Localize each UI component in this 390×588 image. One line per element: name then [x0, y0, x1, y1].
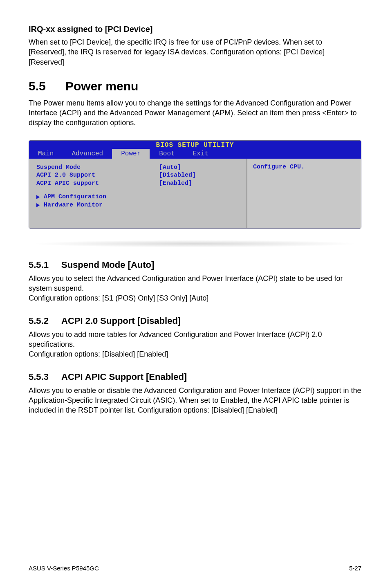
subsection-title: ACPI APIC Support [Enabled] [61, 372, 187, 382]
bios-submenu-item[interactable]: Hardware Monitor [36, 201, 239, 209]
triangle-right-icon [36, 203, 40, 207]
page-root: IRQ-xx assigned to [PCI Device] When set… [0, 0, 390, 588]
bios-setting-value: [Auto] [159, 164, 181, 172]
bios-setting-value: [Disabled] [159, 171, 196, 180]
bios-setting-row[interactable]: Suspend Mode [Auto] [36, 164, 239, 172]
bios-screenshot: BIOS SETUP UTILITY Main Advanced Power B… [29, 140, 361, 229]
footer-left: ASUS V-Series P5945GC [29, 565, 99, 572]
bios-submenu-group: APM Configuration Hardware Monitor [36, 193, 239, 209]
subsection-heading: 5.5.1Suspend Mode [Auto] [29, 260, 361, 270]
bios-setting-row[interactable]: ACPI 2.0 Support [Disabled] [36, 171, 239, 180]
bios-help-panel: Configure CPU. [247, 159, 361, 228]
subsection-number: 5.5.2 [29, 316, 61, 326]
power-menu-title: Power menu [65, 79, 138, 93]
triangle-right-icon [36, 195, 40, 199]
bios-setting-label: ACPI 2.0 Support [36, 171, 159, 180]
bios-tab-exit[interactable]: Exit [184, 149, 217, 159]
bios-setting-row[interactable]: ACPI APIC support [Enabled] [36, 180, 239, 188]
bios-setting-label: ACPI APIC support [36, 180, 159, 188]
bios-submenu-label: APM Configuration [44, 193, 106, 201]
bios-utility-title: BIOS SETUP UTILITY [29, 141, 361, 149]
subsection-heading: 5.5.3ACPI APIC Support [Enabled] [29, 372, 361, 382]
footer-right: 5-27 [349, 565, 361, 572]
power-menu-heading: 5.5Power menu [29, 79, 361, 93]
subsection-heading: 5.5.2ACPI 2.0 Support [Disabled] [29, 316, 361, 326]
bios-tab-bar: Main Advanced Power Boot Exit [29, 149, 361, 159]
subsection-number: 5.5.1 [29, 260, 61, 270]
subsection-p1: Allows you to select the Advanced Config… [29, 274, 361, 294]
bios-body: Suspend Mode [Auto] ACPI 2.0 Support [Di… [29, 159, 361, 228]
subsection-p1: Allows you to add more tables for Advanc… [29, 330, 361, 350]
subsection-title: Suspend Mode [Auto] [61, 260, 154, 270]
irq-body: When set to [PCI Device], the specific I… [29, 37, 361, 67]
subsection-title: ACPI 2.0 Support [Disabled] [61, 316, 181, 326]
bios-setting-value: [Enabled] [159, 180, 192, 188]
bios-left-panel: Suspend Mode [Auto] ACPI 2.0 Support [Di… [29, 159, 247, 228]
bios-tab-advanced[interactable]: Advanced [63, 149, 112, 159]
page-footer: ASUS V-Series P5945GC 5-27 [29, 562, 361, 572]
bios-submenu-label: Hardware Monitor [44, 201, 103, 209]
subsection-number: 5.5.3 [29, 372, 61, 382]
bios-tab-boot[interactable]: Boot [150, 149, 184, 159]
irq-heading: IRQ-xx assigned to [PCI Device] [29, 25, 361, 34]
bios-setting-label: Suspend Mode [36, 164, 159, 172]
bios-submenu-item[interactable]: APM Configuration [36, 193, 239, 201]
power-menu-number: 5.5 [29, 79, 65, 93]
bios-tab-main[interactable]: Main [29, 149, 63, 159]
subsection-p2: Configuration options: [Disabled] [Enabl… [29, 349, 361, 359]
subsection-p1: Allows you to enable or disable the Adva… [29, 386, 361, 415]
power-menu-intro: The Power menu items allow you to change… [29, 98, 361, 128]
bios-help-text: Configure CPU. [253, 164, 305, 171]
bios-tab-power[interactable]: Power [112, 149, 150, 159]
bios-shadow-decor [32, 240, 358, 247]
subsection-p2: Configuration options: [S1 (POS) Only] [… [29, 293, 361, 303]
